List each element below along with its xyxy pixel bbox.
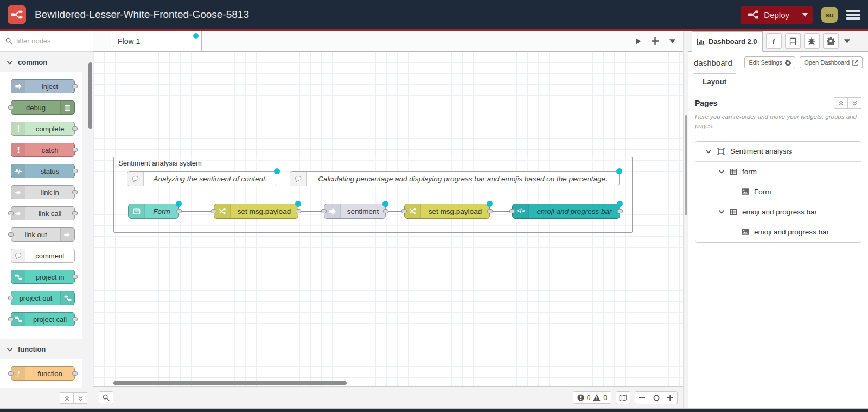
sidebar-node-header: dashboard Edit Settings Open Dashboard bbox=[688, 52, 868, 73]
palette-category-function[interactable]: function bbox=[0, 339, 93, 359]
wire[interactable] bbox=[179, 211, 214, 212]
zoom-in-button[interactable] bbox=[663, 391, 678, 404]
changed-indicator bbox=[616, 168, 622, 174]
canvas-horizontal-scrollbar[interactable] bbox=[113, 381, 347, 385]
edit-settings-button[interactable]: Edit Settings bbox=[744, 56, 795, 68]
node-port-in[interactable] bbox=[8, 232, 14, 237]
deploy-button[interactable]: Deploy bbox=[741, 6, 813, 24]
wire[interactable] bbox=[298, 211, 324, 212]
node-port-out[interactable] bbox=[617, 209, 623, 213]
error-icon bbox=[577, 394, 584, 401]
flow-node-emoji-and-progress-bar[interactable]: </>emoji and progress bar bbox=[512, 204, 620, 219]
warning-count: 0 bbox=[603, 394, 607, 402]
palette-node-debug[interactable]: debug bbox=[11, 100, 75, 115]
canvas-search-button[interactable] bbox=[99, 391, 113, 404]
flow-comment-node[interactable]: Analyzing the sentiment of content. bbox=[127, 171, 277, 186]
tree-item-form[interactable]: Form bbox=[695, 182, 861, 202]
node-port-in[interactable] bbox=[8, 317, 14, 321]
flow-group[interactable]: Sentiment analysis system bbox=[113, 157, 633, 233]
flow-list-chevron-button[interactable] bbox=[669, 39, 675, 43]
node-port-out[interactable] bbox=[72, 190, 78, 194]
node-port-out[interactable] bbox=[72, 169, 78, 173]
zoom-out-button[interactable] bbox=[635, 391, 649, 404]
palette-node-link-out[interactable]: link out bbox=[11, 227, 75, 242]
flow-canvas[interactable]: Sentiment analysis systemAnalyzing the s… bbox=[93, 52, 683, 386]
node-port-in[interactable] bbox=[321, 209, 327, 213]
form-icon bbox=[129, 204, 145, 218]
exclamation-icon bbox=[11, 143, 25, 156]
node-port-out[interactable] bbox=[72, 211, 78, 215]
page-icon bbox=[716, 147, 726, 156]
node-port-out[interactable] bbox=[72, 371, 78, 376]
config-gear-button[interactable] bbox=[823, 33, 839, 49]
palette-node-comment[interactable]: comment bbox=[11, 249, 75, 263]
node-port-out[interactable] bbox=[72, 84, 78, 88]
flow-node-form[interactable]: Form bbox=[128, 204, 179, 219]
help-book-button[interactable] bbox=[785, 33, 801, 49]
node-red-icon bbox=[11, 270, 25, 283]
palette-node-catch[interactable]: catch bbox=[11, 143, 75, 157]
palette-node-link-in[interactable]: link in bbox=[11, 185, 75, 199]
node-port-out[interactable] bbox=[72, 126, 78, 131]
notification-counts[interactable]: 0 0 bbox=[573, 391, 611, 404]
wire[interactable] bbox=[490, 211, 512, 212]
node-port-out[interactable] bbox=[383, 209, 388, 213]
palette-node-project-out[interactable]: project out bbox=[11, 291, 75, 305]
node-port-in[interactable] bbox=[211, 209, 216, 213]
comment-bubble-icon bbox=[127, 172, 144, 186]
tree-collapse-all-button[interactable] bbox=[834, 97, 848, 109]
flow-node-set-msg-payload[interactable]: set msg.payload bbox=[214, 204, 298, 219]
flow-comment-node[interactable]: Calculating percentage and displaying pr… bbox=[290, 171, 620, 186]
palette-node-project-in[interactable]: project in bbox=[11, 270, 75, 284]
palette-node-function[interactable]: ffunction bbox=[11, 366, 75, 381]
zoom-reset-button[interactable] bbox=[649, 391, 663, 404]
tree-expand-all-button[interactable] bbox=[847, 97, 861, 109]
palette-collapse-all-button[interactable] bbox=[60, 392, 74, 404]
node-port-out[interactable] bbox=[176, 209, 182, 213]
navigator-map-button[interactable] bbox=[616, 391, 630, 404]
gear-icon bbox=[785, 60, 791, 66]
node-port-out[interactable] bbox=[72, 148, 78, 152]
window-bottom-bar bbox=[0, 408, 868, 412]
add-flow-button[interactable] bbox=[652, 37, 659, 45]
node-port-in[interactable] bbox=[401, 209, 407, 213]
node-port-in[interactable] bbox=[8, 371, 14, 376]
tree-item-emoji-and-progress-bar[interactable]: emoji and progress bar bbox=[695, 202, 861, 222]
chevron-down-icon bbox=[718, 169, 725, 174]
flow-node-set-msg-payload[interactable]: set msg.payload bbox=[404, 204, 490, 219]
tab-layout[interactable]: Layout bbox=[693, 73, 736, 90]
node-port-out[interactable] bbox=[296, 209, 301, 213]
tab-flow-1[interactable]: Flow 1 bbox=[111, 31, 202, 51]
node-port-in[interactable] bbox=[8, 296, 14, 300]
palette-node-complete[interactable]: complete bbox=[11, 122, 75, 136]
node-port-in[interactable] bbox=[8, 105, 14, 110]
node-port-out[interactable] bbox=[487, 209, 493, 213]
node-port-out[interactable] bbox=[72, 317, 78, 321]
node-port-in[interactable] bbox=[8, 211, 14, 215]
palette-scrollbar[interactable] bbox=[88, 62, 92, 129]
palette-search-input[interactable]: filter nodes bbox=[0, 31, 93, 52]
tree-item-form[interactable]: form bbox=[695, 162, 861, 182]
main-menu-button[interactable] bbox=[846, 10, 860, 20]
palette-expand-all-button[interactable] bbox=[73, 392, 87, 404]
sidebar-tabbar: Dashboard 2.0 i bbox=[688, 31, 868, 52]
palette-node-link-call[interactable]: link call bbox=[11, 206, 75, 220]
tab-scroll-right-button[interactable] bbox=[636, 38, 641, 45]
palette-node-status[interactable]: status bbox=[11, 164, 75, 178]
open-dashboard-button[interactable]: Open Dashboard bbox=[800, 56, 863, 68]
palette-node-project-call[interactable]: project call bbox=[11, 312, 75, 326]
node-port-in[interactable] bbox=[509, 209, 515, 213]
palette-node-inject[interactable]: inject bbox=[11, 79, 75, 93]
deploy-options-button[interactable] bbox=[797, 6, 813, 24]
debug-tab-button[interactable] bbox=[804, 33, 820, 49]
tree-item-emoji-and-progress-bar[interactable]: emoji and progress bar bbox=[695, 222, 861, 242]
node-port-out[interactable] bbox=[72, 275, 78, 279]
tree-item-sentiment-analysis[interactable]: Sentiment analysis bbox=[695, 142, 861, 162]
sidebar-tabs-chevron-button[interactable] bbox=[842, 39, 852, 43]
tab-dashboard-2[interactable]: Dashboard 2.0 bbox=[692, 31, 763, 52]
flow-node-sentiment[interactable]: sentiment bbox=[324, 204, 386, 219]
palette-category-common[interactable]: common bbox=[0, 52, 93, 72]
user-avatar[interactable]: su bbox=[821, 7, 838, 23]
info-tab-button[interactable]: i bbox=[766, 33, 782, 49]
sidebar-resize-handle[interactable] bbox=[685, 115, 687, 215]
